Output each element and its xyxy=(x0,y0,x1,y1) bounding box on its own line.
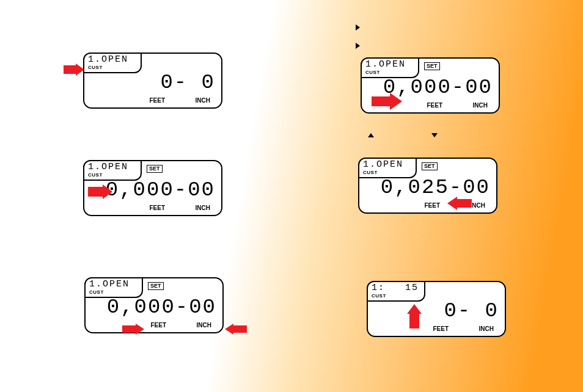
tab-top-text: 1.OPEN xyxy=(88,54,128,65)
unit-inch-label: INCH xyxy=(197,322,211,328)
cust-label: CUST xyxy=(372,293,386,299)
lcd-tab: 1.OPEN CUST xyxy=(361,57,419,78)
lcd-digits: 0- 0 xyxy=(368,299,499,322)
unit-inch-label: INCH xyxy=(479,325,494,332)
cust-label: CUST xyxy=(365,70,380,75)
tab-top-text: 1.OPEN xyxy=(365,59,406,70)
lcd-tab: 1.OPEN CUST xyxy=(84,277,143,298)
unit-feet-label: FEET xyxy=(433,325,449,332)
unit-inch-label: INCH xyxy=(471,202,485,209)
unit-inch-label: INCH xyxy=(473,102,488,109)
tab-top-text: 1.OPEN xyxy=(89,279,130,289)
bullet-triangle xyxy=(356,24,360,31)
lcd-panel-4: 1.OPEN CUST SET 0,000-00 FEET INCH xyxy=(361,57,500,114)
red-arrow-icon xyxy=(64,64,84,76)
lcd-tab: 1.OPEN CUST xyxy=(358,158,417,178)
unit-feet-label: FEET xyxy=(427,102,442,109)
unit-feet-label: FEET xyxy=(149,97,165,104)
lcd-digits: 0,000-00 xyxy=(84,178,215,201)
lcd-digits: 0- 0 xyxy=(84,71,215,94)
lcd-tab: 1.OPEN CUST xyxy=(83,53,142,73)
unit-feet-label: FEET xyxy=(424,202,440,209)
down-triangle-icon xyxy=(431,133,438,137)
set-badge: SET xyxy=(422,162,438,170)
lcd-tab: 1: 15 CUST xyxy=(367,281,425,302)
lcd-digits: 0,000-00 xyxy=(362,76,493,99)
lcd-digits: 0,025-00 xyxy=(359,176,490,199)
svg-marker-0 xyxy=(64,64,84,76)
svg-marker-3 xyxy=(225,324,247,335)
tab-top-text: 1.OPEN xyxy=(363,159,403,170)
cust-label: CUST xyxy=(88,65,103,70)
red-arrow-icon xyxy=(225,324,247,335)
unit-feet-label: FEET xyxy=(150,322,166,328)
set-badge: SET xyxy=(148,282,164,290)
bullet-triangle xyxy=(356,43,360,49)
lcd-tab: 1.OPEN CUST xyxy=(83,160,142,181)
cust-label: CUST xyxy=(89,289,104,295)
unit-inch-label: INCH xyxy=(196,205,210,211)
lcd-panel-6: 1: 15 CUST 0- 0 FEET INCH xyxy=(367,281,506,337)
set-badge: SET xyxy=(147,165,163,173)
unit-inch-label: INCH xyxy=(196,97,210,104)
tab-top-text: 1: 15 xyxy=(372,283,419,293)
unit-feet-label: FEET xyxy=(149,205,165,211)
up-triangle-icon xyxy=(368,133,374,137)
lcd-digits: 0,000-00 xyxy=(86,296,216,319)
lcd-panel-2: 1.OPEN CUST SET 0,000-00 FEET INCH xyxy=(83,160,222,216)
lcd-panel-3: 1.OPEN CUST SET 0,000-00 FEET INCH xyxy=(84,277,224,333)
tab-top-text: 1.OPEN xyxy=(88,162,128,172)
lcd-panel-5: 1.OPEN CUST SET 0,025-00 FEET INCH xyxy=(358,158,497,214)
cust-label: CUST xyxy=(88,172,103,178)
lcd-panel-1: 1.OPEN CUST 0- 0 FEET INCH xyxy=(83,53,222,109)
set-badge: SET xyxy=(424,62,440,70)
cust-label: CUST xyxy=(363,170,378,175)
